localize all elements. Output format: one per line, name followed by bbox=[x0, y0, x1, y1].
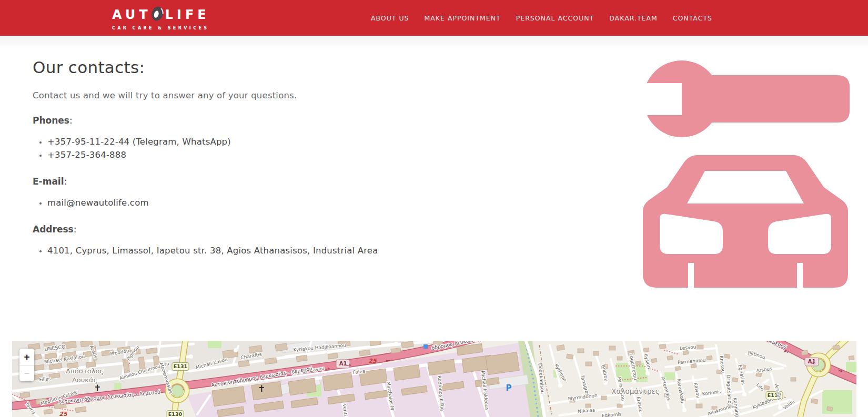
svg-text:25: 25 bbox=[368, 358, 377, 364]
nav-item-contacts[interactable]: CONTACTS bbox=[673, 14, 712, 22]
church-icon: ✝ bbox=[258, 383, 265, 394]
svg-text:→: → bbox=[346, 361, 351, 369]
contacts-content: Our contacts: Contact us and we will try… bbox=[0, 48, 400, 257]
main-area: Our contacts: Contact us and we will try… bbox=[0, 48, 868, 341]
zoom-out-button[interactable]: − bbox=[19, 365, 34, 381]
map-label: Απόστολος bbox=[66, 367, 104, 375]
wrench-icon bbox=[643, 58, 850, 140]
map-label: venti bbox=[342, 404, 348, 416]
section-list: 4101, Cyprus, Limassol, Iapetou str. 38,… bbox=[33, 244, 400, 257]
brand-name-right: LIFE bbox=[165, 8, 210, 22]
section-label: Phones: bbox=[33, 115, 400, 126]
section-list: +357-95-11-22-44 (Telegram, WhatsApp)+35… bbox=[33, 135, 400, 161]
nav-item-personal-account[interactable]: PERSONAL ACCOUNT bbox=[516, 14, 594, 22]
svg-text:E130: E130 bbox=[168, 411, 183, 417]
contact-sections: Phones:+357-95-11-22-44 (Telegram, Whats… bbox=[33, 115, 400, 257]
intro-text: Contact us and we will try to answer any… bbox=[33, 90, 400, 100]
list-item: +357-25-364-888 bbox=[47, 148, 400, 161]
svg-text:25: 25 bbox=[59, 411, 68, 417]
nav-item-dakar-team[interactable]: DAKAR.TEAM bbox=[609, 14, 658, 22]
svg-text:→: → bbox=[325, 365, 330, 372]
brand-name-left: AUT bbox=[112, 8, 152, 22]
nav-item-make-appointment[interactable]: MAKE APPOINTMENT bbox=[424, 14, 500, 22]
section-label: Address: bbox=[33, 224, 400, 235]
church-icon: ✝ bbox=[94, 383, 101, 393]
header-shadow bbox=[0, 36, 868, 48]
svg-text:←: ← bbox=[385, 357, 391, 364]
section-list: mail@newautolife.com bbox=[33, 196, 400, 209]
list-item: mail@newautolife.com bbox=[47, 196, 400, 209]
decor-icons bbox=[643, 58, 850, 288]
zoom-in-button[interactable]: + bbox=[19, 349, 34, 365]
page-title: Our contacts: bbox=[33, 58, 400, 77]
section-label: E-mail: bbox=[33, 176, 400, 187]
tire-o-icon bbox=[150, 6, 164, 24]
map-embed[interactable]: E131E130E113A1A12525→→←←→←←←→→UNESCOMich… bbox=[12, 341, 856, 417]
list-item: +357-95-11-22-44 (Telegram, WhatsApp) bbox=[47, 135, 400, 148]
car-icon bbox=[643, 155, 848, 288]
map-canvas[interactable]: E131E130E113A1A12525→→←←→←←←→→UNESCOMich… bbox=[12, 341, 856, 417]
header: AUT LIFE CAR CARE & SERVICES ABOUT USMAK… bbox=[0, 0, 868, 36]
map-image[interactable]: E131E130E113A1A12525→→←←→←←←→→UNESCOMich… bbox=[12, 341, 856, 417]
parking-icon: P bbox=[506, 383, 512, 393]
brand-tagline: CAR CARE & SERVICES bbox=[112, 26, 210, 30]
map-label: Χαλομάντρες bbox=[611, 387, 659, 395]
main-nav: ABOUT USMAKE APPOINTMENTPERSONAL ACCOUNT… bbox=[371, 14, 712, 22]
map-marker bbox=[423, 344, 428, 349]
map-zoom-control: + − bbox=[19, 349, 34, 381]
list-item: 4101, Cyprus, Limassol, Iapetou str. 38,… bbox=[47, 244, 400, 257]
svg-text:E131: E131 bbox=[174, 363, 187, 369]
brand-logo[interactable]: AUT LIFE CAR CARE & SERVICES bbox=[112, 6, 210, 30]
nav-item-about-us[interactable]: ABOUT US bbox=[371, 14, 409, 22]
